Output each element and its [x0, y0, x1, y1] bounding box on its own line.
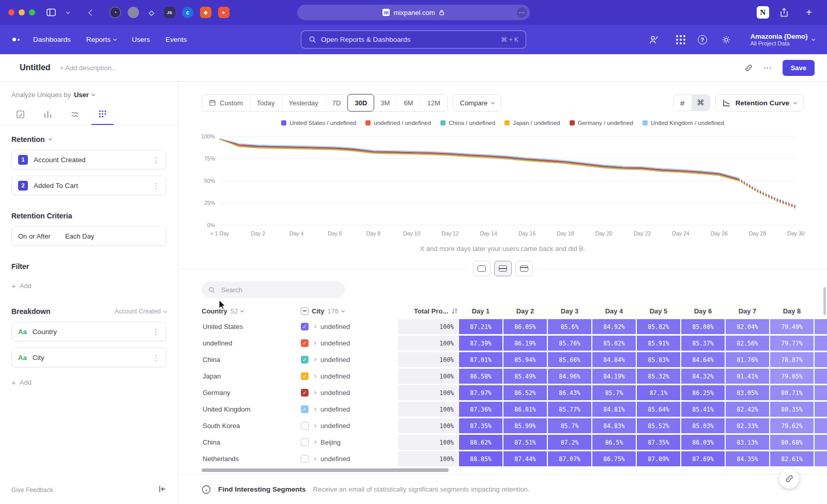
compare-button[interactable]: Compare: [453, 94, 501, 112]
analyze-uniques-row[interactable]: Analyze Uniques by User: [11, 91, 166, 99]
chart-type-selector[interactable]: Retention Curve: [715, 94, 804, 112]
select-all-checkbox[interactable]: [301, 307, 309, 315]
step-menu-button[interactable]: ⋮: [152, 182, 160, 190]
city-column-header[interactable]: City176: [301, 304, 397, 318]
expand-row-icon[interactable]: [313, 391, 316, 395]
address-bar[interactable]: m mixpanel.com ⋯: [297, 5, 530, 20]
day-cell[interactable]: 79.05%: [770, 369, 814, 384]
day-cell[interactable]: 84.96%: [548, 369, 591, 384]
day-column-header[interactable]: Day 2: [503, 304, 547, 318]
sidebar-toggle-icon[interactable]: [44, 6, 58, 19]
give-feedback-link[interactable]: Give Feedback: [11, 486, 53, 494]
day-cell[interactable]: 85.03%: [681, 418, 725, 433]
expand-row-icon[interactable]: [313, 374, 316, 378]
share-icon[interactable]: [777, 6, 791, 19]
notion-extension-icon[interactable]: N: [757, 6, 769, 19]
day-cell[interactable]: 79.62%: [770, 418, 814, 433]
day-cell[interactable]: 85.02%: [592, 336, 636, 351]
close-window-button[interactable]: [8, 9, 14, 15]
total-cell[interactable]: 100%: [398, 369, 458, 384]
extension-icon-2[interactable]: [128, 7, 139, 18]
new-tab-button[interactable]: +: [802, 6, 816, 19]
table-row-city[interactable]: undefined: [301, 455, 397, 463]
table-row-country[interactable]: United Kingdom: [202, 405, 300, 413]
day-cell[interactable]: 85.66%: [548, 352, 591, 367]
row-checkbox[interactable]: ✓: [301, 389, 309, 397]
day-cell[interactable]: 85.32%: [637, 369, 680, 384]
breakdown-context-selector[interactable]: Account Created: [115, 308, 166, 315]
tab-funnels[interactable]: [37, 106, 59, 124]
help-icon[interactable]: ?: [698, 35, 707, 44]
day-cell[interactable]: 83.05%: [726, 385, 769, 400]
day-cell[interactable]: 80.35%: [770, 402, 814, 417]
day-cell[interactable]: 85.83%: [637, 352, 680, 367]
find-segments-label[interactable]: Find Interesting Segments: [218, 485, 306, 493]
table-search[interactable]: [202, 281, 345, 298]
layout-table-icon[interactable]: [515, 261, 533, 276]
row-checkbox[interactable]: [301, 438, 309, 446]
day-column-header[interactable]: Day 1: [459, 304, 502, 318]
table-row-city[interactable]: ✓undefined: [301, 339, 397, 347]
day-cell[interactable]: 86.25%: [681, 385, 725, 400]
row-checkbox[interactable]: ✓: [301, 405, 309, 413]
day-cell[interactable]: 85.6%: [548, 319, 591, 334]
day-cell[interactable]: 84.32%: [681, 369, 725, 384]
day-cell[interactable]: 84.19%: [592, 369, 636, 384]
apps-grid-icon[interactable]: [676, 35, 685, 44]
day-cell[interactable]: 87.35%: [459, 418, 502, 433]
table-search-input[interactable]: [220, 286, 339, 294]
day-cell[interactable]: 87.51%: [503, 435, 547, 450]
day-cell[interactable]: 85.99%: [503, 418, 547, 433]
extension-icon-7[interactable]: ▸: [218, 7, 229, 18]
table-row-city[interactable]: undefined: [301, 422, 397, 430]
day-cell[interactable]: 85.77%: [548, 402, 591, 417]
day-cell[interactable]: 85.52%: [637, 418, 680, 433]
extension-js-icon[interactable]: JS: [164, 7, 175, 18]
day-cell[interactable]: 87.35%: [637, 435, 680, 450]
breakdown-city[interactable]: AaCity⋮: [11, 348, 166, 367]
row-checkbox[interactable]: [301, 422, 309, 430]
table-row-city[interactable]: ✓undefined: [301, 372, 397, 380]
total-column-header[interactable]: Total Pro...: [398, 304, 458, 318]
day-cell[interactable]: 86.19%: [503, 336, 547, 351]
row-checkbox[interactable]: ✓: [301, 372, 309, 380]
date-range-6m[interactable]: 6M: [397, 94, 420, 111]
day-column-header[interactable]: Day 6: [681, 304, 725, 318]
day-cell[interactable]: 85.82%: [637, 319, 680, 334]
day-cell[interactable]: 81.41%: [726, 369, 769, 384]
expand-row-icon[interactable]: [313, 440, 316, 444]
table-row-city[interactable]: ✓undefined: [301, 405, 397, 413]
day-cell[interactable]: 85.41%: [681, 402, 725, 417]
tab-retention[interactable]: [91, 106, 114, 125]
day-cell[interactable]: 85.76%: [548, 336, 591, 351]
horizontal-scrollbar[interactable]: [202, 468, 449, 472]
table-row-country[interactable]: undefined: [202, 339, 300, 347]
total-cell[interactable]: 100%: [398, 385, 458, 400]
country-column-header[interactable]: Country52: [202, 304, 300, 318]
tab-insights[interactable]: [9, 106, 32, 124]
table-row-country[interactable]: Germany: [202, 389, 300, 397]
day-cell[interactable]: 85.08%: [681, 319, 725, 334]
retention-step-2[interactable]: 2Added To Cart⋮: [11, 176, 166, 195]
day-cell[interactable]: 84.83%: [592, 418, 636, 433]
more-options-button[interactable]: ⋯: [763, 63, 772, 73]
table-row-country[interactable]: South Korea: [202, 422, 300, 430]
table-row-country[interactable]: Japan: [202, 372, 300, 380]
total-cell[interactable]: 100%: [398, 418, 458, 433]
legend-item[interactable]: undefined / undefined: [365, 120, 431, 126]
date-range-custom[interactable]: Custom: [202, 94, 250, 111]
day-cell[interactable]: 82.04%: [726, 319, 769, 334]
layout-merged-icon[interactable]: [473, 261, 491, 276]
table-row-city[interactable]: ✓undefined: [301, 389, 397, 397]
collapse-sidebar-icon[interactable]: [158, 485, 166, 495]
table-row-city[interactable]: ✓undefined: [301, 323, 397, 330]
day-cell[interactable]: 82.33%: [726, 418, 769, 433]
retention-section-header[interactable]: Retention: [11, 135, 166, 144]
mixpanel-logo[interactable]: [12, 38, 20, 41]
day-cell[interactable]: 86.05%: [503, 319, 547, 334]
nav-item-events[interactable]: Events: [165, 36, 187, 43]
day-cell[interactable]: 85.94%: [503, 352, 547, 367]
day-cell[interactable]: 86.5%: [592, 435, 636, 450]
save-button[interactable]: Save: [783, 60, 815, 76]
day-cell[interactable]: 80.68%: [770, 435, 814, 450]
